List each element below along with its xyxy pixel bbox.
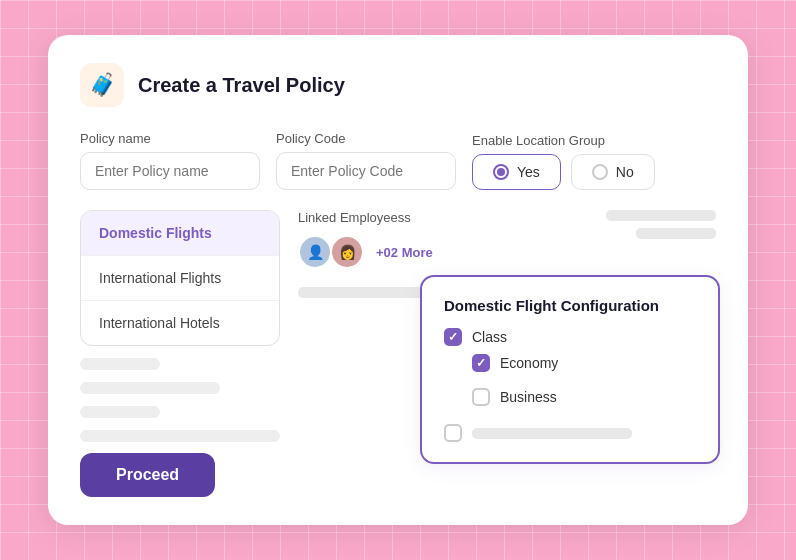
radio-no-circle [592, 164, 608, 180]
config-card: Domestic Flight Configuration Class Econ… [420, 275, 720, 464]
location-group: Enable Location Group Yes No [472, 133, 655, 190]
more-badge[interactable]: +02 More [376, 245, 433, 260]
card-title: Create a Travel Policy [138, 74, 345, 97]
card-header: 🧳 Create a Travel Policy [80, 63, 716, 107]
nav-item-international-flights[interactable]: International Flights [81, 256, 279, 301]
nav-list: Domestic Flights International Flights I… [80, 210, 280, 346]
linked-section: Linked Employeess 👤 👩 +02 More [298, 210, 433, 269]
class-checkbox-row[interactable]: Class [444, 328, 696, 346]
skeleton-1 [80, 358, 160, 370]
skeleton-3 [80, 406, 160, 418]
location-group-label: Enable Location Group [472, 133, 655, 148]
sk-2 [636, 228, 716, 239]
radio-yes-label: Yes [517, 164, 540, 180]
policy-icon: 🧳 [80, 63, 124, 107]
skeleton-checkbox [444, 424, 462, 442]
sub-options: Economy Business [472, 354, 696, 414]
class-checkbox[interactable] [444, 328, 462, 346]
radio-yes-circle [493, 164, 509, 180]
skeleton-4 [80, 430, 280, 442]
policy-name-group: Policy name [80, 131, 260, 190]
avatar-1: 👤 [298, 235, 332, 269]
policy-name-label: Policy name [80, 131, 260, 146]
sk-1 [606, 210, 716, 221]
economy-label: Economy [500, 355, 558, 371]
linked-label: Linked Employeess [298, 210, 433, 225]
policy-code-group: Policy Code [276, 131, 456, 190]
nav-item-domestic-flights[interactable]: Domestic Flights [81, 211, 279, 256]
radio-no-label: No [616, 164, 634, 180]
policy-name-input[interactable] [80, 152, 260, 190]
radio-options: Yes No [472, 154, 655, 190]
sk-config [472, 428, 632, 439]
form-row: Policy name Policy Code Enable Location … [80, 131, 716, 190]
business-checkbox-row[interactable]: Business [472, 388, 696, 406]
config-skeleton [444, 424, 696, 442]
linked-row: 👤 👩 +02 More [298, 235, 433, 269]
economy-checkbox[interactable] [472, 354, 490, 372]
business-label: Business [500, 389, 557, 405]
policy-code-input[interactable] [276, 152, 456, 190]
business-checkbox[interactable] [472, 388, 490, 406]
skeleton-2 [80, 382, 220, 394]
config-title: Domestic Flight Configuration [444, 297, 696, 314]
left-panel: Domestic Flights International Flights I… [80, 210, 280, 442]
nav-item-international-hotels[interactable]: International Hotels [81, 301, 279, 345]
economy-checkbox-row[interactable]: Economy [472, 354, 696, 372]
radio-no[interactable]: No [571, 154, 655, 190]
top-right-skeletons [596, 210, 716, 239]
proceed-button[interactable]: Proceed [80, 453, 215, 497]
create-policy-card: 🧳 Create a Travel Policy Policy name Pol… [48, 35, 748, 525]
class-label: Class [472, 329, 507, 345]
linked-and-skeletons: Linked Employeess 👤 👩 +02 More [298, 210, 716, 269]
radio-yes[interactable]: Yes [472, 154, 561, 190]
policy-code-label: Policy Code [276, 131, 456, 146]
avatar-2: 👩 [330, 235, 364, 269]
